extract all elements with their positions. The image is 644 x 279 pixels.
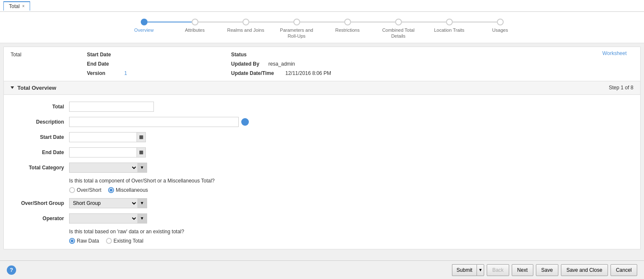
collapse-icon[interactable] xyxy=(11,86,14,89)
wizard-step-combined[interactable]: Combined TotalDetails xyxy=(373,19,424,39)
total-category-label: Total Category xyxy=(14,165,69,171)
radio-existing-total-label: Existing Total xyxy=(114,238,143,244)
section-title-text: Total Overview xyxy=(17,85,56,91)
wizard-step-realms[interactable]: Realms and Joins xyxy=(220,19,271,33)
start-date-input[interactable] xyxy=(69,132,137,142)
step-circle-usages xyxy=(497,19,504,25)
section-step: Step 1 of 8 xyxy=(609,85,633,91)
update-datetime-value: 12/11/2016 8:06 PM xyxy=(285,70,331,76)
over-short-group-select-container: Short Group ▼ xyxy=(69,198,147,208)
wizard-container: Overview Attributes Realms and Joins Par… xyxy=(0,12,644,43)
radio-group-1: Over/Short Miscellaneous xyxy=(14,187,630,193)
radio-group-2: Raw Data Existing Total xyxy=(14,238,630,244)
tab-total-label: Total xyxy=(9,3,20,9)
description-input[interactable] xyxy=(69,117,239,127)
total-category-select[interactable] xyxy=(70,163,137,172)
wizard-step-parameters[interactable]: Parameters andRoll-Ups xyxy=(271,19,322,39)
over-short-group-select[interactable]: Short Group xyxy=(70,199,137,208)
step-circle-attributes xyxy=(192,19,198,25)
update-datetime-label: Update Date/Time xyxy=(231,70,282,76)
wizard-steps: Overview Attributes Realms and Joins Par… xyxy=(119,19,526,39)
version-label: Version xyxy=(87,70,121,76)
operator-select[interactable] xyxy=(70,214,137,223)
question2-container: Is this total based on 'raw' data or an … xyxy=(14,229,630,244)
step-circle-combined xyxy=(395,19,402,25)
step-circle-parameters xyxy=(293,19,300,25)
form-row-description: Description xyxy=(14,117,630,127)
question1-container: Is this total a component of Over/Short … xyxy=(14,178,630,193)
total-title: Total xyxy=(11,52,21,58)
step-circle-restrictions xyxy=(344,19,351,25)
updated-by-value: resa_admin xyxy=(268,61,295,67)
worksheet-link[interactable]: Worksheet xyxy=(602,50,627,56)
form-container: Total Description Start Date ▦ End Date … xyxy=(4,95,640,249)
step-circle-location xyxy=(446,19,453,25)
main-area: Total Start Date End Date Version 1 Stat… xyxy=(3,47,641,249)
description-field-label: Description xyxy=(14,119,69,125)
total-category-dropdown-btn[interactable]: ▼ xyxy=(137,163,147,172)
radio-miscellaneous-btn[interactable] xyxy=(108,187,114,193)
version-value: 1 xyxy=(124,70,127,76)
radio-existing-total-btn[interactable] xyxy=(106,238,112,244)
step-label-realms: Realms and Joins xyxy=(227,27,264,33)
step-label-overview: Overview xyxy=(134,27,154,33)
end-date-label: End Date xyxy=(87,61,121,67)
start-date-field-label: Start Date xyxy=(14,134,69,140)
step-label-attributes: Attributes xyxy=(185,27,204,33)
wizard-step-attributes[interactable]: Attributes xyxy=(170,19,220,33)
step-circle-overview xyxy=(141,19,148,25)
end-date-field-label: End Date xyxy=(14,149,69,155)
tab-bar: Total × xyxy=(0,0,644,12)
form-row-total-category: Total Category ▼ xyxy=(14,163,630,173)
step-label-usages: Usages xyxy=(492,27,508,33)
start-date-label: Start Date xyxy=(87,52,121,58)
radio-over-short[interactable]: Over/Short xyxy=(69,187,101,193)
radio-raw-data[interactable]: Raw Data xyxy=(69,238,99,244)
tab-total[interactable]: Total × xyxy=(3,1,30,11)
operator-dropdown-btn[interactable]: ▼ xyxy=(137,214,147,223)
radio-miscellaneous-label: Miscellaneous xyxy=(116,187,148,193)
section-title: Total Overview xyxy=(11,85,56,91)
wizard-step-usages[interactable]: Usages xyxy=(475,19,526,33)
updated-by-label: Updated By xyxy=(231,61,265,67)
form-row-over-short-group: Over/Short Group Short Group ▼ xyxy=(14,198,630,208)
radio-existing-total[interactable]: Existing Total xyxy=(106,238,143,244)
operator-label: Operator xyxy=(14,215,69,221)
radio-over-short-btn[interactable] xyxy=(69,187,75,193)
total-input[interactable] xyxy=(69,102,154,112)
over-short-group-label: Over/Short Group xyxy=(14,200,69,206)
status-label: Status xyxy=(231,52,265,58)
radio-raw-data-btn[interactable] xyxy=(69,238,75,244)
radio-over-short-label: Over/Short xyxy=(77,187,101,193)
step-label-location: Location Traits xyxy=(434,27,465,33)
section-header: Total Overview Step 1 of 8 xyxy=(4,81,640,95)
total-field-label: Total xyxy=(14,104,69,110)
end-date-calendar-btn[interactable]: ▦ xyxy=(137,147,146,157)
step-circle-realms xyxy=(243,19,249,25)
form-row-operator: Operator ▼ xyxy=(14,213,630,224)
wizard-step-overview[interactable]: Overview xyxy=(119,19,170,33)
tab-close-icon[interactable]: × xyxy=(22,4,25,8)
question2-text: Is this total based on 'raw' data or an … xyxy=(14,229,630,235)
total-category-select-container: ▼ xyxy=(69,163,147,173)
step-label-combined: Combined TotalDetails xyxy=(382,27,414,39)
info-bar: Total Start Date End Date Version 1 Stat… xyxy=(4,47,640,81)
step-label-restrictions: Restrictions xyxy=(335,27,360,33)
question1-text: Is this total a component of Over/Short … xyxy=(14,178,630,184)
globe-icon xyxy=(241,118,249,126)
start-date-calendar-btn[interactable]: ▦ xyxy=(137,132,146,142)
wizard-step-location[interactable]: Location Traits xyxy=(424,19,475,33)
form-row-total: Total xyxy=(14,102,630,112)
step-label-parameters: Parameters andRoll-Ups xyxy=(280,27,313,39)
operator-select-container: ▼ xyxy=(69,213,147,224)
radio-raw-data-label: Raw Data xyxy=(77,238,99,244)
content-panel: Total Overview Step 1 of 8 Total Descrip… xyxy=(4,81,640,249)
form-row-start-date: Start Date ▦ xyxy=(14,132,630,142)
radio-miscellaneous[interactable]: Miscellaneous xyxy=(108,187,148,193)
end-date-input[interactable] xyxy=(69,147,137,157)
over-short-group-dropdown-btn[interactable]: ▼ xyxy=(137,199,147,208)
wizard-step-restrictions[interactable]: Restrictions xyxy=(322,19,373,33)
form-row-end-date: End Date ▦ xyxy=(14,147,630,157)
